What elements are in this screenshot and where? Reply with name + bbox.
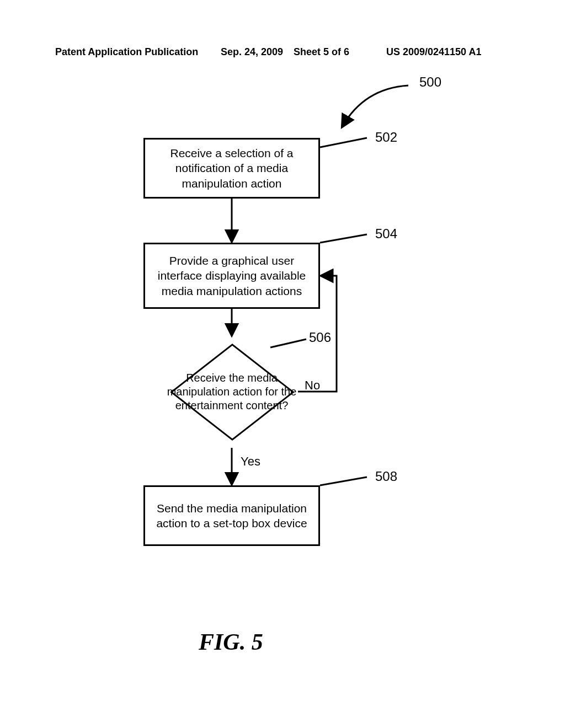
- svg-line-3: [320, 477, 367, 485]
- process-box-504: Provide a graphical user interface displ…: [143, 243, 320, 309]
- ref-506: 506: [309, 330, 331, 345]
- process-box-508-text: Send the media manipulation action to a …: [154, 501, 310, 531]
- process-box-508: Send the media manipulation action to a …: [143, 485, 320, 546]
- ref-508: 508: [375, 469, 397, 484]
- decision-diamond-506-text: Receive the media manipulation action fo…: [166, 371, 298, 413]
- ref-500: 500: [419, 74, 441, 90]
- ref-504: 504: [375, 226, 397, 242]
- flowchart-canvas: 500 502 504 506 508 Yes No Receive a sel…: [0, 0, 565, 728]
- edge-yes-label: Yes: [241, 454, 260, 469]
- svg-line-0: [320, 138, 367, 147]
- process-box-504-text: Provide a graphical user interface displ…: [154, 253, 310, 298]
- edge-no-label: No: [305, 378, 320, 393]
- process-box-502: Receive a selection of a notification of…: [143, 138, 320, 199]
- svg-line-1: [320, 234, 367, 243]
- figure-caption: FIG. 5: [199, 629, 263, 655]
- ref-502: 502: [375, 130, 397, 145]
- decision-diamond-506: Receive the media manipulation action fo…: [166, 336, 298, 447]
- process-box-502-text: Receive a selection of a notification of…: [154, 146, 310, 191]
